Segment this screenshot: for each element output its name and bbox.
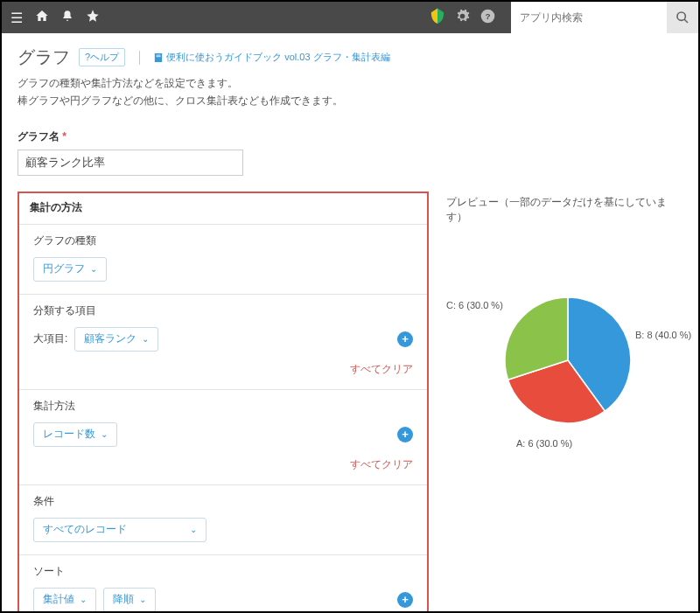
help-link[interactable]: ?ヘルプ (79, 48, 125, 66)
group-by-label: 分類する項目 (33, 303, 413, 318)
menu-icon[interactable]: ☰ (10, 10, 23, 26)
chart-type-dropdown[interactable]: 円グラフ⌄ (33, 257, 107, 282)
svg-text:?: ? (485, 11, 490, 21)
preview-label: プレビュー（一部のデータだけを基にしています） (446, 195, 682, 225)
bell-icon[interactable] (61, 9, 74, 26)
add-group-button[interactable]: + (397, 331, 413, 347)
guidebook-link-label: 便利に使おうガイドブック vol.03 グラフ・集計表編 (166, 51, 389, 64)
search-input[interactable] (511, 2, 667, 33)
book-icon (154, 52, 163, 63)
group-field-dropdown[interactable]: 顧客ランク⌄ (74, 327, 158, 352)
svg-rect-4 (155, 53, 162, 62)
chevron-down-icon: ⌄ (190, 525, 197, 534)
clear-group-link[interactable]: すべてクリア (33, 362, 413, 377)
chevron-down-icon: ⌄ (80, 595, 87, 604)
add-sort-button[interactable]: + (397, 592, 413, 608)
slice-label-c: C: 6 (30.0 %) (446, 300, 503, 310)
group-prefix: 大項目: (33, 331, 67, 346)
chart-type-label: グラフの種類 (33, 233, 413, 248)
chevron-down-icon: ⌄ (142, 334, 149, 344)
star-icon[interactable] (86, 9, 100, 26)
graph-name-label: グラフ名 * (18, 129, 682, 144)
chevron-down-icon: ⌄ (90, 264, 97, 274)
shield-icon[interactable] (430, 8, 444, 28)
chevron-down-icon: ⌄ (101, 429, 108, 439)
topbar: ☰ ? (2, 2, 698, 33)
gear-icon[interactable] (455, 9, 470, 27)
home-icon[interactable] (35, 9, 49, 26)
sort-order-dropdown[interactable]: 降順⌄ (103, 588, 156, 612)
aggregation-header: 集計の方法 (19, 193, 427, 224)
sort-label: ソート (33, 564, 413, 579)
help-icon[interactable]: ? (480, 9, 495, 27)
slice-label-b: B: 8 (40.0 %) (635, 330, 691, 340)
svg-line-3 (684, 19, 688, 23)
page-description: グラフの種類や集計方法などを設定できます。 棒グラフや円グラフなどの他に、クロス… (18, 74, 682, 110)
page-title: グラフ (18, 45, 70, 69)
pie-chart: B: 8 (40.0 %) A: 6 (30.0 %) C: 6 (30.0 %… (446, 268, 682, 478)
guidebook-link[interactable]: 便利に使おうガイドブック vol.03 グラフ・集計表編 (154, 51, 389, 64)
condition-label: 条件 (33, 494, 413, 509)
pie-svg (502, 295, 634, 426)
svg-point-2 (677, 12, 685, 20)
add-aggregation-button[interactable]: + (397, 427, 413, 442)
condition-dropdown[interactable]: すべてのレコード⌄ (33, 518, 206, 542)
clear-aggregation-link[interactable]: すべてクリア (33, 457, 413, 472)
svg-rect-5 (157, 54, 161, 55)
search-button[interactable] (667, 2, 698, 33)
sort-field-dropdown[interactable]: 集計値⌄ (33, 588, 96, 612)
aggregation-method-dropdown[interactable]: レコード数⌄ (33, 422, 117, 447)
chevron-down-icon: ⌄ (139, 595, 146, 604)
aggregation-panel: 集計の方法 グラフの種類 円グラフ⌄ 分類する項目 大項目: (18, 192, 429, 613)
divider (139, 51, 140, 65)
search-box (511, 2, 698, 33)
aggregation-method-label: 集計方法 (33, 399, 413, 414)
svg-rect-6 (157, 56, 161, 57)
graph-name-input[interactable] (18, 150, 243, 176)
slice-label-a: A: 6 (30.0 %) (516, 438, 572, 449)
